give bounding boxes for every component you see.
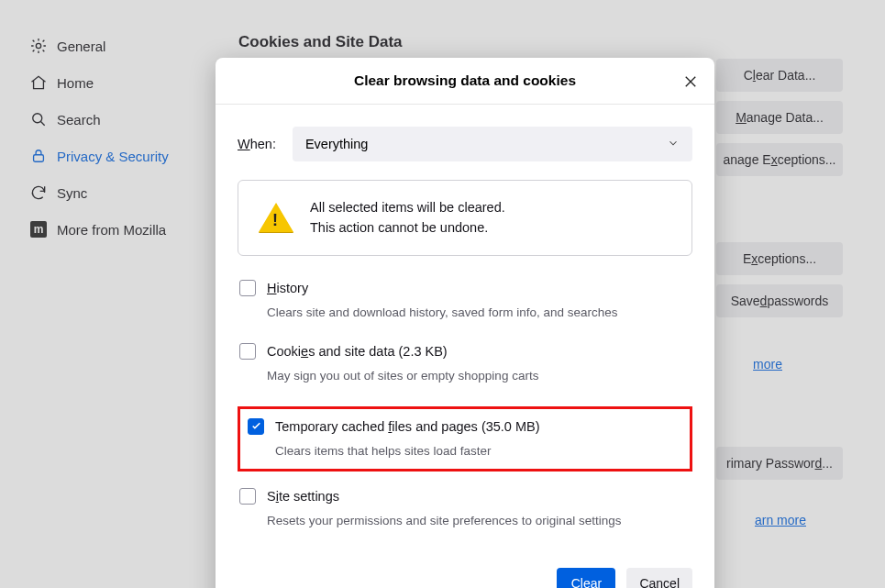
close-icon[interactable] — [680, 71, 702, 93]
option-cookies: Cookies and site data (2.3 KB) May sign … — [238, 343, 692, 383]
option-desc: Resets your permissions and site prefere… — [267, 514, 692, 527]
option-label: Site settings — [267, 489, 339, 504]
option-label: Temporary cached files and pages (35.0 M… — [275, 419, 540, 434]
when-select-value: Everything — [305, 137, 369, 151]
chevron-down-icon — [667, 137, 680, 152]
clear-data-dialog: Clear browsing data and cookies When: Ev… — [216, 58, 714, 588]
when-label: When: — [238, 137, 276, 151]
checkbox-cookies[interactable] — [239, 343, 256, 360]
checkbox-site-settings[interactable] — [239, 488, 256, 505]
clear-button[interactable]: Clear — [557, 568, 615, 588]
option-label: History — [267, 281, 308, 295]
cancel-button[interactable]: Cancel — [626, 568, 692, 588]
option-label: Cookies and site data (2.3 KB) — [267, 344, 448, 359]
option-desc: Clears site and download history, saved … — [267, 305, 692, 319]
option-site-settings: Site settings Resets your permissions an… — [238, 488, 692, 527]
option-desc: May sign you out of sites or empty shopp… — [267, 369, 692, 383]
checkbox-cache[interactable] — [248, 418, 264, 435]
warning-icon — [259, 203, 293, 232]
warning-box: All selected items will be cleared. This… — [238, 180, 692, 256]
option-history: History Clears site and download history… — [238, 280, 692, 319]
warning-line-1: All selected items will be cleared. — [310, 197, 505, 217]
option-desc: Clears items that helps sites load faste… — [275, 444, 682, 458]
checkbox-history[interactable] — [239, 280, 256, 296]
when-select[interactable]: Everything — [293, 127, 692, 161]
dialog-title: Clear browsing data and cookies — [216, 58, 714, 105]
warning-line-2: This action cannot be undone. — [310, 217, 505, 238]
option-cache-highlighted: Temporary cached files and pages (35.0 M… — [238, 406, 692, 472]
